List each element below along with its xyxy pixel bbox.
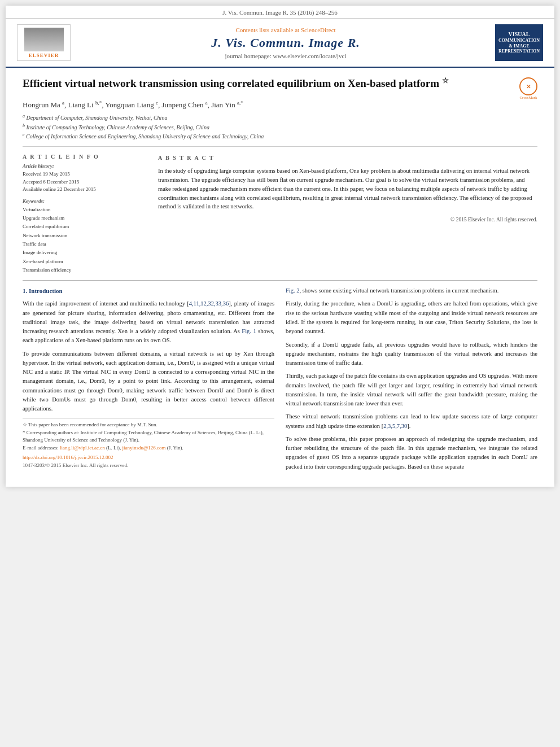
fig2-link[interactable]: Fig. 2 [286, 287, 300, 294]
sciencedirect-label: Contents lists available at ScienceDirec… [79, 27, 492, 33]
keyword-6: Image delivering [23, 248, 147, 257]
email-line: E-mail addresses: liang.li@vipl.ict.ac.c… [23, 444, 274, 452]
affiliations-block: a Department of Computer, Shandong Unive… [23, 113, 537, 141]
abstract-heading: A B S T R A C T [158, 154, 537, 162]
available-date: Available online 22 December 2015 [23, 186, 147, 194]
right-para5: These virtual network transmission probl… [286, 412, 537, 431]
homepage-label: journal homepage: www.elsevier.com/locat… [79, 53, 492, 59]
body-divider [23, 280, 537, 281]
section1-para2: To provide communications between differ… [23, 350, 274, 414]
affiliation-c: c College of Information Science and Eng… [23, 132, 537, 141]
abstract-text: In the study of upgrading large computer… [158, 167, 537, 211]
abstract-panel: A B S T R A C T In the study of upgradin… [158, 154, 537, 274]
elsevier-tree-image [24, 28, 64, 51]
section1-para1: With the rapid improvement of internet a… [23, 299, 274, 345]
article-dates: Received 19 May 2015 Accepted 6 December… [23, 171, 147, 194]
crossmark-label: CrossMark [519, 95, 537, 100]
visual-logo-block: VISUAL COMMUNICATION & IMAGE REPRESENTAT… [492, 24, 543, 61]
right-para4: Thirdly, each package of the patch file … [286, 372, 537, 408]
footnote-1: ☆ This paper has been recommended for ac… [23, 421, 274, 429]
crossmark-icon: ✕ [519, 77, 537, 95]
article-title: Efficient virtual network transmission u… [23, 76, 514, 91]
keywords-heading: Keywords: [23, 198, 147, 204]
body-col-left: 1. Introduction With the rapid improveme… [23, 286, 274, 475]
visual-logo-title: VISUAL [509, 31, 530, 38]
keyword-4: Network transmission [23, 231, 147, 240]
sciencedirect-link-text[interactable]: ScienceDirect [301, 27, 336, 33]
keyword-8: Transmission efficiency [23, 266, 147, 274]
email-2-name: (J. Yin). [167, 445, 183, 451]
footnotes-block: ☆ This paper has been recommended for ac… [23, 418, 274, 469]
elsevier-logo: ELSEVIER [17, 24, 71, 61]
article-info-panel: A R T I C L E I N F O Article history: R… [23, 154, 147, 274]
email-1-name: (L. Li), [106, 445, 121, 451]
visual-logo-line3: & IMAGE [509, 43, 530, 49]
keyword-2: Upgrade mechanism [23, 214, 147, 222]
journal-title: J. Vis. Commun. Image R. [79, 36, 492, 50]
email-2-link[interactable]: jianyinsdu@126.com [123, 445, 166, 451]
email-label: E-mail addresses: [23, 445, 59, 451]
star-footnote: ☆ [442, 76, 449, 85]
right-para2: Firstly, during the procedure, when a Do… [286, 299, 537, 336]
right-para3: Secondly, if a DomU upgrade fails, all p… [286, 340, 537, 368]
main-content: Efficient virtual network transmission u… [6, 68, 554, 487]
footnote-2: * Corresponding authors at: Institute of… [23, 429, 274, 444]
ref-link-2[interactable]: 2,3,5,7,30 [383, 423, 407, 429]
page: J. Vis. Commun. Image R. 35 (2016) 248–2… [6, 6, 554, 487]
copyright-text: © 2015 Elsevier Inc. All rights reserved… [158, 216, 537, 224]
fig1-link[interactable]: Fig. 1 [242, 328, 256, 334]
ref-link[interactable]: 4,11,12,32,33,36 [189, 300, 229, 307]
body-col-right: Fig. 2, shows some existing virtual netw… [286, 286, 537, 475]
section1-heading: 1. Introduction [23, 286, 274, 296]
two-col-body: 1. Introduction With the rapid improveme… [23, 286, 537, 475]
issn-line: 1047-3203/© 2015 Elsevier Inc. All right… [23, 462, 274, 470]
elsevier-logo-block: ELSEVIER [17, 24, 79, 61]
elsevier-brand: ELSEVIER [29, 53, 59, 58]
citation-text: J. Vis. Commun. Image R. 35 (2016) 248–2… [222, 9, 338, 16]
email-1-link[interactable]: liang.li@vipl.ict.ac.cn [60, 445, 105, 451]
article-title-block: Efficient virtual network transmission u… [23, 76, 537, 100]
visual-logo-line4: REPRESENTATION [498, 49, 540, 54]
affiliation-b: b Institute of Computing Technology, Chi… [23, 123, 537, 132]
accepted-date: Accepted 6 December 2015 [23, 178, 147, 186]
keyword-1: Virtualization [23, 206, 147, 214]
journal-center-block: Contents lists available at ScienceDirec… [79, 27, 492, 59]
keywords-list: Virtualization Upgrade mechanism Correla… [23, 206, 147, 274]
doi-link[interactable]: http://dx.doi.org/10.1016/j.jvcir.2015.1… [23, 454, 274, 462]
keyword-7: Xen-based platform [23, 257, 147, 266]
authors-line: Hongrun Ma a, Liang Li b,*, Yongquan Lia… [23, 100, 537, 110]
keyword-5: Traffic data [23, 240, 147, 248]
right-para6: To solve these problems, this paper prop… [286, 435, 537, 471]
journal-header: ELSEVIER Contents lists available at Sci… [6, 19, 554, 68]
crossmark-block: ✕ CrossMark [519, 77, 537, 100]
visual-logo: VISUAL COMMUNICATION & IMAGE REPRESENTAT… [495, 24, 543, 61]
article-info-heading: A R T I C L E I N F O [23, 154, 147, 160]
visual-logo-line2: COMMUNICATION [498, 38, 540, 43]
history-heading: Article history: [23, 163, 147, 169]
top-citation-bar: J. Vis. Commun. Image R. 35 (2016) 248–2… [6, 6, 554, 19]
article-info-abstract: A R T I C L E I N F O Article history: R… [23, 146, 537, 274]
keyword-3: Correlated equilibrium [23, 222, 147, 231]
affiliation-a: a Department of Computer, Shandong Unive… [23, 113, 537, 122]
right-para1: Fig. 2, shows some existing virtual netw… [286, 286, 537, 295]
authors-text: Hongrun Ma a, Liang Li b,*, Yongquan Lia… [23, 101, 243, 109]
received-date: Received 19 May 2015 [23, 171, 147, 178]
